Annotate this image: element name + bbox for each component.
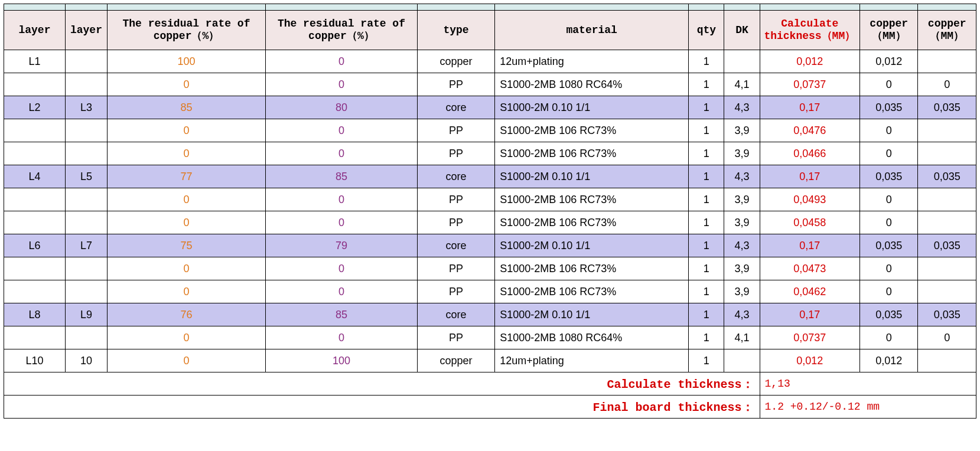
cell-material: S1000-2MB 106 RC73% <box>495 257 689 280</box>
cell-qty: 1 <box>689 119 724 142</box>
cell-res2: 0 <box>265 50 417 73</box>
cell-layer1 <box>4 211 66 234</box>
cell-layer2: L9 <box>65 303 107 326</box>
cell-layer2 <box>65 257 107 280</box>
cell-dk: 3,9 <box>724 211 760 234</box>
cell-layer1: L2 <box>4 96 66 119</box>
cell-cu2 <box>918 142 976 165</box>
cell-res1: 0 <box>107 73 265 96</box>
cell-type: core <box>417 303 494 326</box>
cell-cu2: 0 <box>918 326 976 349</box>
cell-material: S1000-2M 0.10 1/1 <box>495 165 689 188</box>
cell-cu2: 0,035 <box>918 165 976 188</box>
cell-dk: 4,3 <box>724 234 760 257</box>
cell-cu1: 0 <box>860 142 918 165</box>
cell-layer2 <box>65 211 107 234</box>
summary-label-final: Final board thickness： <box>4 396 760 419</box>
cell-dk: 4,1 <box>724 326 760 349</box>
cell-cu2: 0,035 <box>918 303 976 326</box>
table-row: 00PPS1000-2MB 106 RC73%13,90,04760 <box>4 119 976 142</box>
cell-cu1: 0,012 <box>860 349 918 372</box>
cell-layer2: L5 <box>65 165 107 188</box>
cell-qty: 1 <box>689 96 724 119</box>
cell-res2: 0 <box>265 326 417 349</box>
cell-calc: 0,0493 <box>760 188 860 211</box>
cell-res2: 0 <box>265 119 417 142</box>
cell-layer2 <box>65 50 107 73</box>
table-row: 00PPS1000-2MB 106 RC73%13,90,04620 <box>4 280 976 303</box>
cell-cu1: 0 <box>860 280 918 303</box>
cell-calc: 0,012 <box>760 349 860 372</box>
col-dk: DK <box>724 11 760 50</box>
cell-cu1: 0 <box>860 188 918 211</box>
cell-calc: 0,0737 <box>760 326 860 349</box>
cell-layer2: L7 <box>65 234 107 257</box>
cell-cu1: 0 <box>860 119 918 142</box>
cell-res1: 0 <box>107 280 265 303</box>
table-row: 00PPS1000-2MB 106 RC73%13,90,04660 <box>4 142 976 165</box>
summary-value-calc: 1,13 <box>760 372 976 396</box>
cell-res2: 0 <box>265 280 417 303</box>
cell-layer2: L3 <box>65 96 107 119</box>
cell-res1: 0 <box>107 326 265 349</box>
cell-type: PP <box>417 211 494 234</box>
cell-qty: 1 <box>689 188 724 211</box>
cell-material: S1000-2MB 1080 RC64% <box>495 73 689 96</box>
cell-cu2 <box>918 280 976 303</box>
summary-label-calc: Calculate thickness： <box>4 372 760 396</box>
cell-type: PP <box>417 188 494 211</box>
cell-type: core <box>417 165 494 188</box>
cell-qty: 1 <box>689 303 724 326</box>
cell-material: S1000-2M 0.10 1/1 <box>495 234 689 257</box>
cell-cu1: 0,012 <box>860 50 918 73</box>
cell-res2: 0 <box>265 73 417 96</box>
cell-cu2 <box>918 119 976 142</box>
cell-layer1: L1 <box>4 50 66 73</box>
cell-calc: 0,0473 <box>760 257 860 280</box>
col-material: material <box>495 11 689 50</box>
cell-dk: 4,3 <box>724 96 760 119</box>
cell-type: core <box>417 96 494 119</box>
cell-layer1 <box>4 280 66 303</box>
cell-layer1 <box>4 73 66 96</box>
cell-dk: 4,3 <box>724 303 760 326</box>
table-row: L4L57785coreS1000-2M 0.10 1/114,30,170,0… <box>4 165 976 188</box>
cell-res2: 85 <box>265 165 417 188</box>
cell-res2: 0 <box>265 257 417 280</box>
table-row: L10100100copper12um+plating10,0120,012 <box>4 349 976 372</box>
cell-res1: 0 <box>107 119 265 142</box>
col-layer2: layer <box>65 11 107 50</box>
table-row: 00PPS1000-2MB 106 RC73%13,90,04730 <box>4 257 976 280</box>
table-row: L11000copper12um+plating10,0120,012 <box>4 50 976 73</box>
table-row: L8L97685coreS1000-2M 0.10 1/114,30,170,0… <box>4 303 976 326</box>
stackup-table: layer layer The residual rate of copper（… <box>4 4 976 419</box>
cell-type: core <box>417 234 494 257</box>
cell-res1: 0 <box>107 211 265 234</box>
cell-layer1 <box>4 142 66 165</box>
cell-cu2 <box>918 188 976 211</box>
cell-cu2: 0 <box>918 73 976 96</box>
cell-material: 12um+plating <box>495 50 689 73</box>
cell-calc: 0,0466 <box>760 142 860 165</box>
cell-dk: 3,9 <box>724 257 760 280</box>
cell-layer2 <box>65 188 107 211</box>
cell-res2: 80 <box>265 96 417 119</box>
cell-layer1: L8 <box>4 303 66 326</box>
cell-cu1: 0 <box>860 257 918 280</box>
cell-layer1: L10 <box>4 349 66 372</box>
cell-calc: 0,0458 <box>760 211 860 234</box>
table-row: 00PPS1000-2MB 106 RC73%13,90,04580 <box>4 211 976 234</box>
summary-row-final: Final board thickness：1.2 +0.12/-0.12 mm <box>4 396 976 419</box>
cell-cu1: 0 <box>860 326 918 349</box>
cell-qty: 1 <box>689 165 724 188</box>
col-res2: The residual rate of copper（%） <box>265 11 417 50</box>
cell-calc: 0,0737 <box>760 73 860 96</box>
col-qty: qty <box>689 11 724 50</box>
cell-layer1 <box>4 326 66 349</box>
cell-res1: 100 <box>107 50 265 73</box>
cell-layer1: L6 <box>4 234 66 257</box>
cell-res2: 0 <box>265 188 417 211</box>
col-type: type <box>417 11 494 50</box>
cell-dk: 4,3 <box>724 165 760 188</box>
cell-qty: 1 <box>689 234 724 257</box>
